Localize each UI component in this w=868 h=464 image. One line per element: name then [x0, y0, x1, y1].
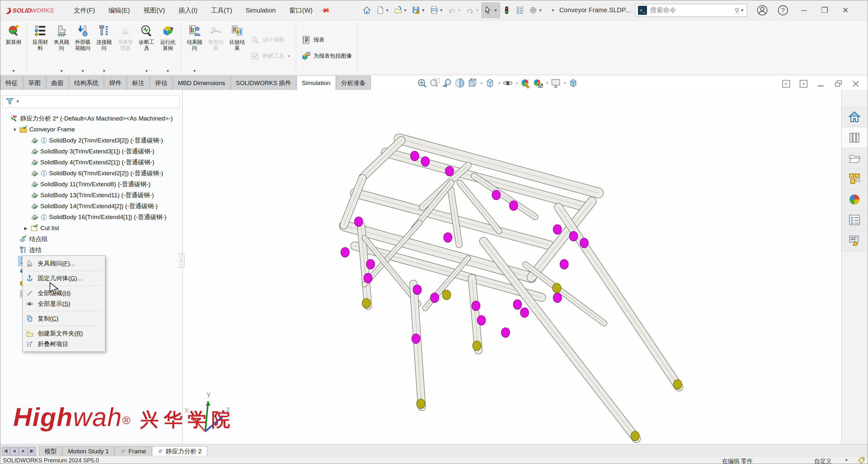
dropdown-caret-icon[interactable]: ▼ — [457, 8, 461, 12]
context-menu-item[interactable]: 创建新文件夹(R) — [23, 328, 105, 339]
pin-icon[interactable]: 📌 — [320, 4, 331, 16]
headsup-button[interactable] — [568, 78, 579, 89]
quick-tool-button[interactable] — [360, 3, 373, 18]
dropdown-caret-icon[interactable]: ▼ — [480, 81, 483, 85]
tree-item[interactable]: 结点组 — [0, 234, 183, 245]
task-pane-tab[interactable] — [842, 210, 867, 230]
doc-window-button[interactable] — [799, 79, 808, 89]
tree-item[interactable]: 静应力分析 2* (-Default<As Machined><As Machi… — [0, 113, 183, 124]
customize-caret-icon[interactable]: ▲ — [844, 457, 848, 462]
dropdown-caret-icon[interactable]: ▼ — [546, 81, 549, 85]
tree-item[interactable]: SolidBody 6(Trim/Extend2[2]) (-普通碳钢-) — [0, 168, 183, 179]
search-caret-icon[interactable]: ▼ — [740, 8, 744, 12]
filter-caret-icon[interactable]: ▼ — [16, 99, 20, 104]
ribbon-button[interactable]: 运行此算例▼ — [157, 22, 179, 74]
dropdown-caret-icon[interactable]: ▼ — [475, 8, 479, 12]
filter-icon[interactable] — [5, 97, 15, 106]
ribbon-row-button[interactable]: 报表 — [301, 35, 352, 45]
ribbon-button[interactable]: 新算例▼ — [3, 22, 24, 74]
tree-expander-icon[interactable]: ▼ — [11, 127, 19, 132]
dropdown-caret-icon[interactable]: ▼ — [81, 69, 85, 73]
task-pane-tab[interactable] — [842, 127, 867, 148]
context-menu-item[interactable]: 全部显示(S) — [23, 298, 105, 309]
search-icon[interactable]: ⚲ — [735, 6, 739, 14]
task-pane-tab[interactable] — [842, 189, 867, 210]
dropdown-caret-icon[interactable]: ▼ — [494, 8, 497, 12]
window-minimize-button[interactable]: ─ — [799, 6, 809, 15]
context-menu-item[interactable]: 夹具顾问(F)... — [23, 258, 105, 269]
task-pane-tab[interactable] — [842, 230, 867, 251]
quick-tool-button[interactable]: ▼ — [463, 3, 482, 18]
study-tab[interactable]: 模型 — [39, 446, 62, 456]
quick-tool-button[interactable]: ▼ — [428, 3, 445, 18]
menu-item[interactable]: Simulation — [239, 0, 282, 20]
command-tab[interactable]: 结构系统 — [69, 76, 104, 90]
search-input[interactable] — [650, 6, 735, 14]
study-tab[interactable]: 静应力分析 2 — [152, 446, 207, 456]
quick-tool-button[interactable]: ▼ — [373, 3, 392, 18]
headsup-button[interactable] — [467, 78, 478, 89]
study-tab-nav-button[interactable] — [10, 446, 19, 456]
dropdown-caret-icon[interactable]: ▼ — [422, 8, 425, 12]
doc-window-button[interactable] — [781, 79, 791, 89]
tree-item[interactable]: ▼Conveyor Frame — [0, 124, 183, 135]
ribbon-row-button[interactable]: 为报表包括图像 — [301, 51, 352, 61]
command-tab[interactable]: 草图 — [23, 76, 46, 90]
ribbon-button[interactable]: ?比较结果 — [226, 22, 248, 74]
panel-splitter-handle[interactable]: ‹ — [178, 254, 185, 268]
command-tab[interactable]: 分析准备 — [336, 76, 371, 90]
menu-item[interactable]: 插入(I) — [172, 0, 204, 20]
doc-title-caret-icon[interactable]: ▼ — [551, 8, 555, 12]
tag-icon[interactable] — [857, 457, 865, 464]
doc-window-button[interactable] — [816, 79, 826, 89]
headsup-button[interactable] — [429, 78, 440, 89]
headsup-button[interactable] — [550, 78, 561, 89]
dropdown-caret-icon[interactable]: ▼ — [102, 69, 106, 73]
headsup-button[interactable] — [502, 78, 513, 89]
dropdown-caret-icon[interactable]: ▼ — [145, 69, 149, 73]
quick-tool-button[interactable]: ▼ — [526, 3, 545, 18]
customize-status-text[interactable]: 自定义 — [814, 457, 832, 464]
command-tab[interactable]: Simulation — [297, 76, 336, 90]
study-tab[interactable]: Frame — [115, 446, 152, 456]
help-button[interactable]: ? — [777, 5, 788, 16]
command-tab[interactable]: 特征 — [0, 76, 23, 90]
dropdown-caret-icon[interactable]: ▼ — [538, 8, 542, 12]
quick-tool-button[interactable]: ▼ — [445, 3, 463, 18]
doc-window-button[interactable] — [834, 79, 843, 89]
window-close-button[interactable]: ✕ — [841, 6, 850, 15]
quick-tool-button[interactable]: ▼ — [482, 3, 500, 18]
menu-item[interactable]: 工具(T) — [204, 0, 239, 20]
tree-item[interactable]: SolidBody 4(Trim/Extend2[1]) (-普通碳钢-) — [0, 157, 183, 168]
study-tab-nav-button[interactable] — [2, 446, 10, 456]
ribbon-button[interactable]: 应用材料 — [30, 22, 51, 74]
dropdown-caret-icon[interactable]: ▼ — [287, 54, 290, 58]
dropdown-caret-icon[interactable]: ▼ — [403, 8, 407, 12]
dropdown-caret-icon[interactable]: ▼ — [193, 69, 196, 73]
command-tab[interactable]: 评估 — [150, 76, 173, 90]
context-menu-item[interactable]: 全部隐藏(H) — [23, 288, 105, 298]
command-tab[interactable]: 焊件 — [104, 76, 127, 90]
command-tab[interactable]: 曲面 — [46, 76, 69, 90]
quick-tool-button[interactable]: ▼ — [392, 3, 409, 18]
headsup-button[interactable] — [485, 78, 496, 89]
quick-tool-button[interactable]: ▼ — [409, 3, 428, 18]
user-account-button[interactable] — [757, 5, 768, 16]
context-menu-item[interactable]: 折叠树项目 — [23, 339, 105, 349]
menu-item[interactable]: 视图(V) — [136, 0, 172, 20]
tree-item[interactable]: ▶Cut list — [0, 223, 183, 234]
tree-item[interactable]: 连结 — [0, 245, 183, 255]
tree-item[interactable]: SolidBody 16(Trim/Extend4[1]) (-普通碳钢-) — [0, 212, 183, 223]
dropdown-caret-icon[interactable]: ▼ — [12, 69, 16, 73]
dropdown-caret-icon[interactable]: ▼ — [563, 81, 567, 85]
menu-item[interactable]: 文件(F) — [67, 0, 102, 20]
study-tab[interactable]: Motion Study 1 — [63, 446, 114, 456]
graphics-area[interactable] — [183, 90, 842, 444]
ribbon-button[interactable]: 诊断工具▼ — [136, 22, 157, 74]
tree-item[interactable]: SolidBody 3(Trim/Extend3[1]) (-普通碳钢-) — [0, 146, 183, 157]
headsup-button[interactable] — [416, 78, 428, 89]
study-tab-nav-button[interactable] — [19, 446, 27, 456]
dropdown-caret-icon[interactable]: ▼ — [385, 8, 389, 12]
command-tab[interactable]: 标注 — [127, 76, 150, 90]
context-menu-item[interactable]: 复制(C) — [23, 313, 105, 324]
